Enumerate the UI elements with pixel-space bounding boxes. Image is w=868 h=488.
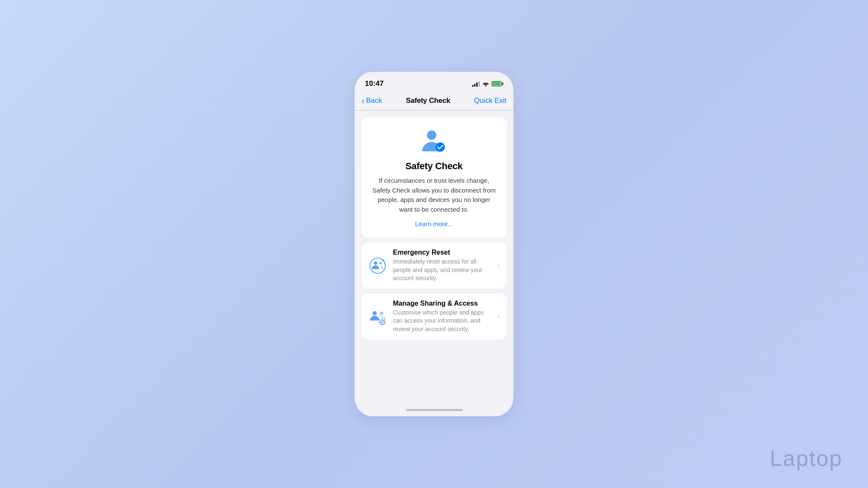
main-content: Safety Check If circumstances or trust l… xyxy=(355,111,513,406)
emergency-reset-desc: Immediately reset access for all people … xyxy=(393,258,494,283)
phone-frame: 10:47 xyxy=(354,71,514,417)
quick-exit-button[interactable]: Quick Exit xyxy=(474,96,507,105)
emergency-reset-title: Emergency Reset xyxy=(393,249,494,256)
nav-title: Safety Check xyxy=(406,96,450,105)
svg-point-0 xyxy=(427,131,436,140)
manage-sharing-chevron-icon: › xyxy=(497,312,500,321)
manage-sharing-icon xyxy=(368,307,387,326)
manage-sharing-card: Manage Sharing & Access Customise which … xyxy=(361,294,507,340)
hero-description: If circumstances or trust levels change,… xyxy=(370,176,498,214)
nav-bar: ‹ Back Safety Check Quick Exit xyxy=(355,93,513,111)
hero-title: Safety Check xyxy=(405,161,463,172)
back-label: Back xyxy=(366,96,382,105)
battery-icon xyxy=(492,81,503,86)
back-chevron-icon: ‹ xyxy=(361,96,364,105)
manage-sharing-title: Manage Sharing & Access xyxy=(393,300,494,307)
wifi-icon xyxy=(482,81,489,86)
emergency-reset-icon xyxy=(368,256,387,275)
status-time: 10:47 xyxy=(365,79,384,88)
hero-icon-wrapper xyxy=(421,129,448,155)
status-bar: 10:47 xyxy=(355,72,513,93)
signal-icon xyxy=(472,81,480,87)
svg-point-6 xyxy=(380,312,383,315)
status-icons xyxy=(472,81,503,87)
svg-point-5 xyxy=(373,311,377,315)
back-button[interactable]: ‹ Back xyxy=(361,96,382,105)
person-check-icon xyxy=(421,129,448,154)
manage-sharing-item[interactable]: Manage Sharing & Access Customise which … xyxy=(361,294,507,340)
manage-sharing-desc: Customise which people and apps can acce… xyxy=(393,309,494,334)
svg-point-8 xyxy=(381,321,383,323)
emergency-reset-card: Emergency Reset Immediately reset access… xyxy=(361,243,507,289)
laptop-watermark: Laptop xyxy=(770,445,842,471)
learn-more-link[interactable]: Learn more... xyxy=(415,220,453,227)
svg-point-4 xyxy=(379,262,382,264)
svg-point-1 xyxy=(435,142,445,152)
svg-point-3 xyxy=(374,261,377,265)
emergency-reset-chevron-icon: › xyxy=(497,261,500,270)
hero-card: Safety Check If circumstances or trust l… xyxy=(361,117,507,238)
emergency-reset-item[interactable]: Emergency Reset Immediately reset access… xyxy=(361,243,507,289)
home-bar xyxy=(406,409,463,411)
home-indicator xyxy=(355,406,513,416)
emergency-reset-text: Emergency Reset Immediately reset access… xyxy=(393,249,494,283)
manage-sharing-text: Manage Sharing & Access Customise which … xyxy=(393,300,494,334)
